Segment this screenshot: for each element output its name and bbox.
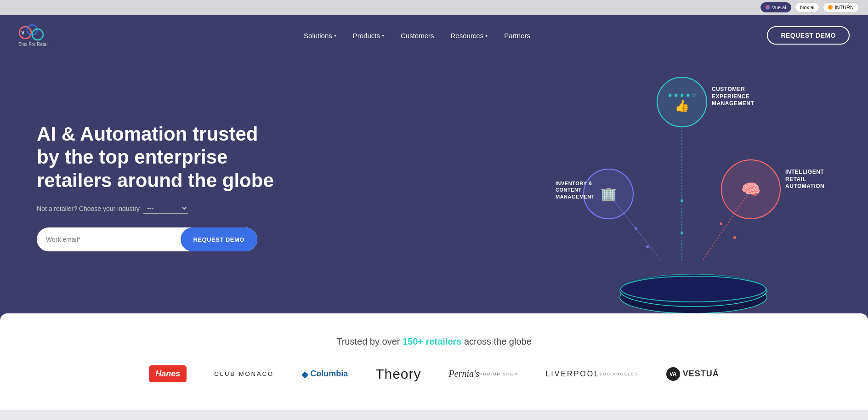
products-chevron-icon: ▾ [382, 33, 384, 38]
trusted-title: Trusted by over 150+ retailers across th… [0, 336, 868, 347]
nav-solutions-label: Solutions [304, 32, 332, 40]
blox-ai-label: blox.ai [800, 5, 815, 10]
columbia-logo-text: Columbia [310, 369, 348, 379]
club-monaco-logo-text: CLUB MONACO [214, 370, 274, 377]
hero-request-demo-button[interactable]: REQUEST DEMO [181, 227, 257, 251]
pernias-logo-subtext: POP-UP SHOP [479, 372, 518, 376]
blox-ai-btn[interactable]: blox.ai [795, 2, 820, 12]
vestua-logo: VA VESTUÁ [666, 367, 719, 381]
thumbsup-icon: 👍 [675, 99, 689, 113]
hero-diagram: ★★★★☆ 👍 CUSTOMER EXPERIENCE MANAGEMENT 🏢… [556, 72, 831, 311]
nav-customers[interactable]: Customers [401, 32, 434, 40]
cem-label-line2: EXPERIENCE [712, 93, 754, 101]
trusted-suffix: across the globe [461, 336, 531, 346]
liverpool-logo-subtext: LOS ANGELES [600, 372, 639, 376]
vue-ai-logo-icon: V [18, 24, 46, 41]
brain-icon: 🧠 [741, 180, 760, 199]
liverpool-logo: LIVERPOOL LOS ANGELES [545, 370, 638, 378]
cem-label: CUSTOMER EXPERIENCE MANAGEMENT [712, 86, 754, 108]
pernias-logo: Pernia's POP-UP SHOP [449, 369, 518, 379]
icm-label-line3: MANAGEMENT [556, 193, 595, 200]
hexagon-svg [615, 261, 772, 316]
industry-select[interactable]: --- Fashion Electronics Grocery [143, 203, 188, 214]
logo-subtitle: Blox For Retail [18, 42, 49, 47]
pernias-logo-text: Pernia's [449, 369, 480, 379]
ira-circle: 🧠 [721, 159, 781, 219]
nav-resources[interactable]: Resources ▾ [451, 32, 488, 40]
hanes-logo: Hanes [149, 365, 187, 382]
building-icon: 🏢 [601, 187, 617, 202]
columbia-logo: ◆ Columbia [301, 369, 348, 380]
logo-area[interactable]: V Blox For Retail [18, 24, 49, 47]
hero-title: AI & Automation trusted by the top enter… [37, 123, 276, 192]
vue-ai-label: Vue.ai [772, 5, 786, 10]
cem-label-line3: MANAGEMENT [712, 100, 754, 108]
vestua-badge-icon: VA [666, 367, 680, 381]
cem-label-line1: CUSTOMER [712, 86, 754, 93]
trusted-prefix: Trusted by over [336, 336, 403, 346]
nav-partners-label: Partners [504, 32, 530, 40]
icm-label: INVENTORY & CONTENT MANAGEMENT [556, 180, 595, 200]
ira-label: INTELLIGENT RETAIL AUTOMATION [785, 169, 824, 190]
hanes-logo-text: Hanes [149, 365, 187, 382]
inturn-dot [828, 5, 833, 10]
hero-content: AI & Automation trusted by the top enter… [0, 123, 312, 251]
email-form: REQUEST DEMO [37, 227, 257, 251]
resources-chevron-icon: ▾ [485, 33, 488, 38]
industry-row: Not a retailer? Choose your industry ---… [37, 203, 276, 214]
stars-icon: ★★★★☆ [667, 91, 697, 99]
nav-solutions[interactable]: Solutions ▾ [304, 32, 336, 40]
trusted-section: Trusted by over 150+ retailers across th… [0, 313, 868, 410]
nav-products-label: Products [353, 32, 380, 40]
svg-point-9 [635, 227, 637, 230]
hero-section: AI & Automation trusted by the top enter… [0, 56, 868, 327]
nav-products[interactable]: Products ▾ [353, 32, 384, 40]
icm-label-line1: INVENTORY & [556, 180, 595, 187]
ira-label-line1: INTELLIGENT [785, 169, 824, 176]
email-input[interactable] [37, 236, 181, 243]
icm-label-line2: CONTENT [556, 187, 595, 193]
cem-circle: ★★★★☆ 👍 [657, 77, 707, 127]
vue-ai-dot [766, 5, 770, 10]
nav-customers-label: Customers [401, 32, 434, 40]
logos-row: Hanes CLUB MONACO ◆ Columbia Theory Pern… [0, 365, 868, 382]
theory-logo-text: Theory [375, 366, 421, 382]
industry-text: Not a retailer? Choose your industry [37, 205, 140, 212]
navbar: V Blox For Retail Solutions ▾ Products ▾… [0, 15, 868, 56]
inturn-btn[interactable]: INTURN [823, 2, 859, 12]
theory-logo: Theory [375, 366, 421, 382]
top-bar: Vue.ai blox.ai INTURN [0, 0, 868, 15]
solutions-chevron-icon: ▾ [334, 33, 336, 38]
hex-platform [615, 261, 772, 306]
vestua-logo-text: VESTUÁ [683, 369, 719, 379]
trusted-count: 150+ retailers [403, 336, 461, 346]
ira-label-line2: RETAIL [785, 176, 824, 183]
svg-point-7 [681, 199, 683, 202]
club-monaco-logo: CLUB MONACO [214, 370, 274, 377]
columbia-diamond-icon: ◆ [301, 369, 308, 380]
nav-partners[interactable]: Partners [504, 32, 530, 40]
svg-text:V: V [21, 30, 25, 35]
svg-point-12 [733, 236, 736, 239]
vue-ai-btn[interactable]: Vue.ai [760, 2, 791, 12]
nav-links: Solutions ▾ Products ▾ Customers Resourc… [67, 32, 767, 40]
svg-point-10 [720, 222, 722, 225]
nav-resources-label: Resources [451, 32, 484, 40]
ira-label-line3: AUTOMATION [785, 183, 824, 190]
liverpool-logo-text: LIVERPOOL [545, 370, 600, 378]
inturn-label: INTURN [834, 5, 854, 10]
svg-point-8 [681, 232, 683, 234]
navbar-request-demo-button[interactable]: REQUEST DEMO [767, 26, 850, 45]
svg-point-11 [646, 245, 649, 248]
